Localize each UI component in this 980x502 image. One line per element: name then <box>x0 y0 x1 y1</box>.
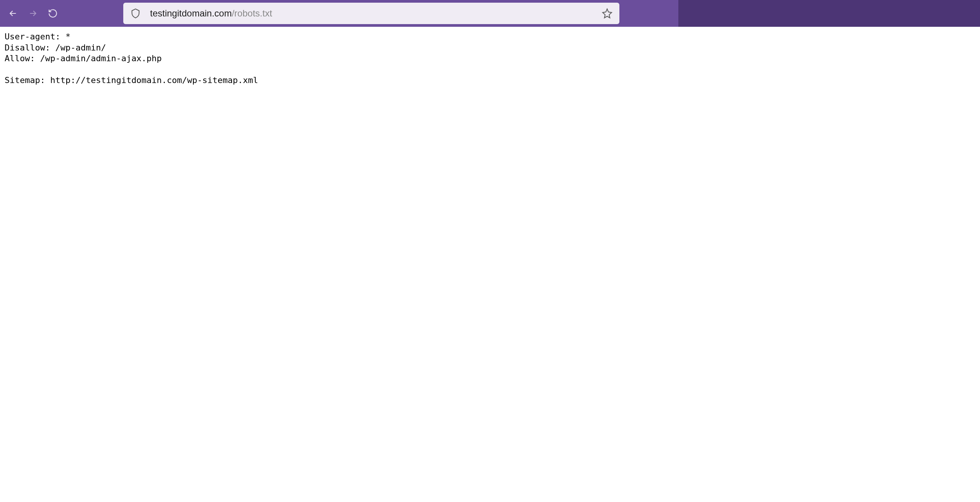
url-text[interactable]: testingitdomain.com/robots.txt <box>150 8 593 19</box>
robots-line-1: User-agent: * <box>5 32 70 41</box>
robots-line-3: Allow: /wp-admin/admin-ajax.php <box>5 54 162 63</box>
forward-button[interactable] <box>28 8 38 19</box>
robots-txt-content: User-agent: * Disallow: /wp-admin/ Allow… <box>5 31 975 86</box>
url-path: /robots.txt <box>232 8 272 18</box>
bookmark-button[interactable] <box>602 8 612 19</box>
robots-line-5: Sitemap: http://testingitdomain.com/wp-s… <box>5 75 258 85</box>
arrow-right-icon <box>28 8 38 18</box>
back-button[interactable] <box>8 8 18 19</box>
url-domain: testingitdomain.com <box>150 8 232 18</box>
address-bar[interactable]: testingitdomain.com/robots.txt <box>123 3 619 24</box>
nav-buttons <box>8 8 58 19</box>
robots-line-2: Disallow: /wp-admin/ <box>5 43 106 52</box>
arrow-left-icon <box>8 8 18 18</box>
reload-button[interactable] <box>47 8 58 19</box>
shield-icon[interactable] <box>130 8 141 19</box>
star-icon <box>602 8 612 19</box>
reload-icon <box>48 8 58 18</box>
page-content: User-agent: * Disallow: /wp-admin/ Allow… <box>0 27 980 91</box>
browser-toolbar: testingitdomain.com/robots.txt <box>0 0 980 27</box>
toolbar-right-section <box>678 0 980 27</box>
